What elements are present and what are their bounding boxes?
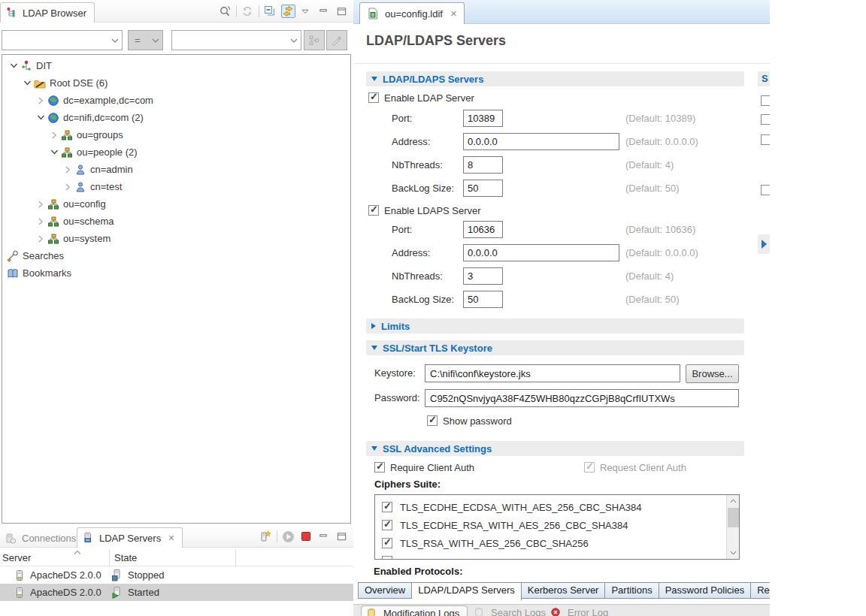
server-table-row[interactable]: ApacheDS 2.0.0Stopped bbox=[0, 566, 353, 584]
field-input[interactable] bbox=[463, 180, 503, 197]
log-tab-modification-logs[interactable]: Modification Logs bbox=[361, 605, 468, 616]
enable-ldaps-server-checkbox[interactable] bbox=[368, 205, 379, 216]
tree-collapsed-chevron-icon[interactable] bbox=[34, 234, 47, 243]
section-header-limits[interactable]: Limits bbox=[366, 319, 744, 334]
page-tab-rep[interactable]: Rep bbox=[751, 582, 770, 599]
show-password-checkbox[interactable] bbox=[427, 415, 438, 426]
tree-item-label: ou=config bbox=[61, 198, 106, 210]
minimize-button[interactable] bbox=[317, 530, 332, 543]
page-tab-ldap-ldaps-servers[interactable]: LDAP/LDAPS Servers bbox=[412, 582, 522, 601]
field-input[interactable] bbox=[463, 244, 619, 261]
cipher-list-item[interactable]: TLS_ECDHE_RSA_WITH_AES_256_CBC_SHA384 bbox=[375, 516, 721, 534]
enable-ldap-server-checkbox[interactable] bbox=[368, 92, 379, 103]
new-server-button[interactable] bbox=[259, 530, 273, 543]
quick-search-field-input[interactable] bbox=[4, 32, 108, 48]
cipher-checkbox[interactable] bbox=[382, 538, 392, 548]
minimize-button[interactable] bbox=[317, 5, 332, 18]
search-again-button[interactable] bbox=[218, 5, 232, 18]
page-tab-partitions[interactable]: Partitions bbox=[605, 582, 659, 599]
refresh-button[interactable] bbox=[241, 5, 255, 18]
cipher-list-item[interactable]: TLS_RSA_WITH_AES_256_CBC_SHA256 bbox=[375, 534, 721, 552]
tree-collapsed-chevron-icon[interactable] bbox=[34, 217, 47, 226]
field-input[interactable] bbox=[463, 291, 503, 308]
clipped-checkbox[interactable] bbox=[761, 134, 770, 145]
tree-item[interactable]: ou=groups bbox=[2, 126, 350, 143]
server-table-row[interactable]: ApacheDS 2.0.0Started bbox=[0, 584, 353, 601]
tree-item[interactable]: ou=schema bbox=[2, 213, 350, 230]
clipped-checkbox[interactable] bbox=[761, 114, 770, 125]
clipped-checkbox[interactable] bbox=[761, 95, 770, 106]
tree-expanded-chevron-icon[interactable] bbox=[20, 79, 34, 87]
view-menu-button[interactable] bbox=[299, 5, 313, 18]
maximize-button[interactable] bbox=[335, 5, 350, 18]
section-header-ssl-advanced[interactable]: SSL Advanced Settings bbox=[366, 441, 744, 456]
tree-expanded-chevron-icon[interactable] bbox=[7, 62, 20, 70]
stop-button[interactable] bbox=[299, 530, 313, 543]
quick-search-value-input[interactable] bbox=[174, 32, 287, 48]
tree-item[interactable]: Bookmarks bbox=[2, 264, 350, 282]
quick-search-field-combo[interactable] bbox=[2, 30, 123, 50]
tree-collapsed-chevron-icon[interactable] bbox=[61, 183, 74, 192]
tree-collapsed-chevron-icon[interactable] bbox=[34, 200, 47, 209]
tree-collapsed-chevron-icon[interactable] bbox=[34, 96, 47, 105]
link-with-editor-button[interactable] bbox=[281, 5, 295, 18]
tree-item[interactable]: Root DSE (6) bbox=[2, 74, 350, 92]
ldap-browser-view-tab[interactable]: LDAP Browser bbox=[0, 2, 95, 23]
cipher-checkbox[interactable] bbox=[382, 556, 392, 560]
tree-item[interactable]: cn=admin bbox=[2, 161, 350, 178]
log-tab-search-logs[interactable]: Search Logs bbox=[474, 606, 546, 616]
require-client-auth-checkbox[interactable] bbox=[374, 462, 385, 473]
tree-item[interactable]: dc=example,dc=com bbox=[2, 92, 350, 109]
restore-panel-arrow-icon[interactable] bbox=[758, 234, 770, 254]
keystore-input[interactable] bbox=[425, 364, 680, 382]
page-tab-password-policies[interactable]: Password Policies bbox=[659, 582, 752, 599]
browse-button[interactable]: Browse... bbox=[686, 364, 739, 383]
column-header-state[interactable]: State bbox=[114, 552, 137, 563]
close-icon[interactable]: ✕ bbox=[450, 9, 457, 19]
run-button[interactable] bbox=[281, 530, 295, 543]
tree-collapsed-chevron-icon[interactable] bbox=[47, 131, 61, 140]
close-icon[interactable]: ✕ bbox=[168, 533, 174, 543]
section-expanded-icon bbox=[371, 446, 377, 451]
field-input[interactable] bbox=[463, 221, 503, 238]
quick-search-value-combo[interactable] bbox=[171, 30, 301, 50]
log-tab-error-log[interactable]: Error Log bbox=[550, 606, 608, 616]
ldap-servers-view-tab[interactable]: LDAP Servers ✕ bbox=[77, 527, 183, 548]
tree-collapsed-chevron-icon[interactable] bbox=[61, 165, 74, 174]
field-input[interactable] bbox=[463, 110, 503, 127]
clipped-checkbox[interactable] bbox=[761, 185, 770, 195]
ciphers-scrollbar[interactable] bbox=[726, 495, 739, 559]
cipher-checkbox[interactable] bbox=[382, 502, 392, 512]
page-tab-kerberos-server[interactable]: Kerberos Server bbox=[522, 582, 606, 599]
editor-tab-ou-config-ldif[interactable]: ou=config.ldif ✕ bbox=[359, 2, 465, 24]
scroll-down-icon[interactable] bbox=[727, 547, 740, 559]
field-input[interactable] bbox=[463, 267, 503, 285]
section-header-ldap-ldaps-servers[interactable]: LDAP/LDAPS Servers bbox=[366, 71, 744, 86]
scrollbar-thumb[interactable] bbox=[728, 508, 739, 527]
column-divider[interactable] bbox=[235, 549, 236, 566]
column-divider[interactable] bbox=[109, 549, 110, 566]
cipher-list-item[interactable]: TLS_ECDHE_ECDSA_WITH_AES_256_CBC_SHA384 bbox=[375, 498, 721, 516]
column-header-server[interactable]: Server bbox=[2, 552, 31, 563]
field-input[interactable] bbox=[463, 133, 619, 150]
page-tab-overview[interactable]: Overview bbox=[358, 582, 412, 599]
cipher-checkbox[interactable] bbox=[382, 520, 392, 530]
maximize-button[interactable] bbox=[335, 530, 350, 543]
tree-item[interactable]: ou=system bbox=[2, 230, 350, 247]
tree-item-label: Bookmarks bbox=[20, 267, 71, 279]
tree-expanded-chevron-icon[interactable] bbox=[47, 148, 61, 156]
scroll-up-icon[interactable] bbox=[727, 495, 740, 507]
collapse-all-button[interactable] bbox=[263, 5, 277, 18]
tree-item[interactable]: dc=nifi,dc=com (2) bbox=[2, 109, 350, 126]
connections-view-tab[interactable]: Connections bbox=[0, 528, 83, 548]
tree-expanded-chevron-icon[interactable] bbox=[34, 113, 47, 122]
tree-item[interactable]: Searches bbox=[2, 247, 350, 264]
section-header-ssl-keystore[interactable]: SSL/Start TLS Keystore bbox=[366, 340, 744, 355]
field-input[interactable] bbox=[463, 156, 503, 174]
tree-item[interactable]: ou=people (2) bbox=[2, 143, 350, 161]
password-input[interactable] bbox=[425, 389, 739, 407]
tree-item[interactable]: ou=config bbox=[2, 195, 350, 213]
cipher-list-item[interactable] bbox=[375, 552, 721, 560]
tree-item[interactable]: cn=test bbox=[2, 178, 350, 195]
tree-item[interactable]: DIT bbox=[2, 57, 350, 74]
